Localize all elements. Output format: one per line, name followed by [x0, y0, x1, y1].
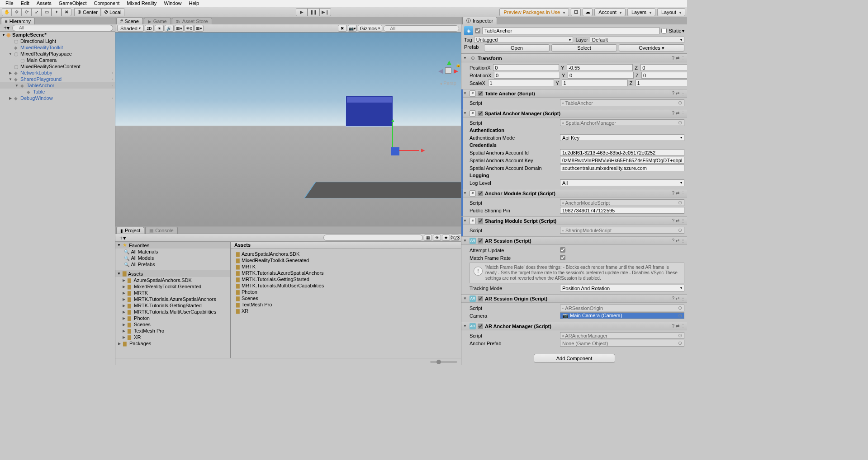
- scene-object-cube[interactable]: [346, 96, 393, 127]
- project-folder[interactable]: ▶▇ MRTK.Tutorials.MultiUserCapabilities: [115, 309, 230, 315]
- transform-header[interactable]: ▼Transform?⇄⋮: [461, 54, 687, 62]
- ar-origin-camera-field[interactable]: 📷 Main Camera (Camera)⊙: [560, 312, 684, 319]
- project-folder[interactable]: ▶▇ XR: [115, 334, 230, 340]
- help-icon[interactable]: ?: [672, 56, 674, 61]
- thumbnail-size-slider[interactable]: [430, 361, 457, 363]
- project-star-icon[interactable]: ★: [442, 235, 450, 241]
- project-folder[interactable]: ▶▇ MRTK.Tutorials.GettingStarted: [115, 302, 230, 309]
- rotation-x-input[interactable]: [494, 72, 560, 79]
- perspective-label[interactable]: ◂ Persp: [440, 80, 456, 86]
- gizmo-y-axis[interactable]: [392, 123, 393, 150]
- table-anchor-script-field[interactable]: ▫ TableAnchor⊙: [560, 99, 684, 106]
- layout-dropdown[interactable]: Layout: [657, 8, 685, 16]
- project-tab[interactable]: ▮Project: [116, 227, 144, 234]
- rotation-y-input[interactable]: [568, 72, 634, 79]
- menu-icon[interactable]: ⋮: [681, 324, 685, 329]
- project-hidden-count[interactable]: ∅23: [451, 235, 459, 241]
- tag-dropdown[interactable]: Untagged▾: [474, 37, 573, 43]
- gameobject-icon[interactable]: ◈: [464, 26, 473, 35]
- help-icon[interactable]: ?: [672, 111, 674, 116]
- project-filter-icon[interactable]: ▦: [424, 235, 432, 241]
- scale-y-input[interactable]: [562, 80, 628, 86]
- ar-anchor-mgr-enabled-checkbox[interactable]: [478, 324, 483, 329]
- ar-origin-header[interactable]: ▼ARAR Session Origin (Script)?⇄⋮: [461, 295, 687, 303]
- hierarchy-row[interactable]: ▶◆ NetworkLobby›: [0, 70, 115, 76]
- rotate-tool-button[interactable]: ⟳: [22, 8, 32, 16]
- position-z-input[interactable]: [640, 64, 687, 71]
- hierarchy-create-button[interactable]: +▾: [2, 25, 11, 31]
- menu-edit[interactable]: Edit: [17, 0, 33, 7]
- layers-dropdown[interactable]: Layers: [627, 8, 655, 16]
- project-folder[interactable]: ▶▇ Scenes: [115, 321, 230, 328]
- hidden-toggle[interactable]: 👁0: [185, 25, 194, 32]
- prefab-select-button[interactable]: Select: [551, 44, 617, 52]
- move-tool-button[interactable]: ✥: [12, 8, 22, 16]
- cloud-icon-button[interactable]: ☁: [583, 8, 593, 16]
- preset-icon[interactable]: ⇄: [676, 218, 679, 223]
- ar-session-enabled-checkbox[interactable]: [478, 238, 483, 244]
- help-icon[interactable]: ?: [672, 296, 674, 301]
- hierarchy-row[interactable]: ▶◆ DebugWindow›: [0, 95, 115, 101]
- project-file[interactable]: ▇Scenes: [232, 295, 459, 301]
- menu-component[interactable]: Component: [90, 0, 123, 7]
- menu-mixedreality[interactable]: Mixed Reality: [123, 0, 160, 7]
- hierarchy-row[interactable]: ◆ Table: [0, 89, 115, 95]
- scene-search-input[interactable]: [383, 25, 459, 32]
- scale-z-input[interactable]: [636, 80, 687, 86]
- tracking-mode-dropdown[interactable]: Position And Rotation▾: [560, 285, 684, 291]
- audio-toggle[interactable]: 🔊: [165, 25, 174, 32]
- spatial-manager-script-field[interactable]: ▫ SpatialAnchorManager⊙: [560, 119, 684, 126]
- menu-icon[interactable]: ⋮: [681, 238, 685, 243]
- help-icon[interactable]: ?: [672, 218, 674, 223]
- preset-icon[interactable]: ⇄: [676, 296, 679, 301]
- log-level-dropdown[interactable]: All▾: [560, 179, 684, 186]
- attempt-update-checkbox[interactable]: [560, 247, 565, 253]
- menu-icon[interactable]: ⋮: [681, 56, 685, 61]
- pause-button[interactable]: ❚❚: [308, 8, 319, 16]
- anchor-module-enabled-checkbox[interactable]: [478, 191, 483, 196]
- asset-store-tab[interactable]: 🛍Asset Store: [172, 18, 212, 24]
- hierarchy-row[interactable]: ▢ Directional Light: [0, 38, 115, 44]
- light-toggle[interactable]: ☀: [155, 25, 164, 32]
- project-file[interactable]: ▇MRTK.Tutorials.AzureSpatialAnchors: [232, 270, 459, 276]
- menu-help[interactable]: Help: [185, 0, 203, 7]
- project-file[interactable]: ▇Photon: [232, 289, 459, 295]
- favorite-item[interactable]: 🔍 All Prefabs: [115, 261, 230, 268]
- sharing-pin-input[interactable]: [560, 207, 684, 214]
- add-component-button[interactable]: Add Component: [534, 354, 615, 363]
- hierarchy-row[interactable]: ▼▢ MixedRealityPlayspace: [0, 51, 115, 57]
- 2d-toggle[interactable]: 2D: [145, 25, 154, 32]
- project-file[interactable]: ▇MRTK.Tutorials.MultiUserCapabilities: [232, 282, 459, 289]
- gameobject-name-input[interactable]: [482, 27, 659, 34]
- console-tab[interactable]: ▤Console: [145, 227, 177, 234]
- project-folder[interactable]: ▶▇ MRTK.Tutorials.AzureSpatialAnchors: [115, 296, 230, 302]
- spatial-manager-enabled-checkbox[interactable]: [478, 111, 483, 116]
- sharing-module-header[interactable]: ▼#Sharing Module Script (Script)?⇄⋮: [461, 217, 687, 225]
- favorites-header[interactable]: ▼★Favorites: [115, 242, 230, 249]
- anchor-module-script-field[interactable]: ▫ AnchorModuleScript⊙: [560, 199, 684, 206]
- menu-file[interactable]: File: [2, 0, 17, 7]
- ar-origin-script-field[interactable]: ▫ ARSessionOrigin⊙: [560, 305, 684, 311]
- scene-tab[interactable]: #Scene: [116, 18, 143, 24]
- ar-session-header[interactable]: ▼ARAR Session (Script)?⇄⋮: [461, 237, 687, 245]
- favorite-item[interactable]: 🔍 All Models: [115, 255, 230, 261]
- hierarchy-scene-row[interactable]: ▼◉ SampleScene*: [0, 32, 115, 38]
- help-icon[interactable]: ?: [672, 238, 674, 243]
- project-search-input[interactable]: [323, 235, 423, 241]
- ar-anchor-mgr-script-field[interactable]: ▫ ARAnchorManager⊙: [560, 332, 684, 339]
- hierarchy-row[interactable]: ▼◆ TableAnchor›: [0, 82, 115, 89]
- project-file[interactable]: ▇TextMesh Pro: [232, 301, 459, 308]
- help-icon[interactable]: ?: [672, 91, 674, 96]
- assets-header[interactable]: ▼▇Assets: [115, 270, 230, 277]
- project-folder[interactable]: ▶▇ MRTK: [115, 290, 230, 296]
- hand-tool-button[interactable]: ✋: [2, 8, 12, 16]
- gizmos-dropdown[interactable]: Gizmos▾: [358, 25, 382, 32]
- scene-view[interactable]: 🔓 ◂ Persp: [115, 33, 461, 226]
- favorite-item[interactable]: 🔍 All Materials: [115, 249, 230, 255]
- collab-icon-button[interactable]: ⊞: [571, 8, 581, 16]
- anchor-prefab-field[interactable]: None (Game Object)⊙: [560, 340, 684, 347]
- scale-x-input[interactable]: [488, 80, 554, 86]
- prefab-open-button[interactable]: Open: [484, 44, 550, 52]
- hierarchy-row[interactable]: ▢ MixedRealitySceneContent: [0, 63, 115, 70]
- play-button[interactable]: ▶: [296, 8, 308, 16]
